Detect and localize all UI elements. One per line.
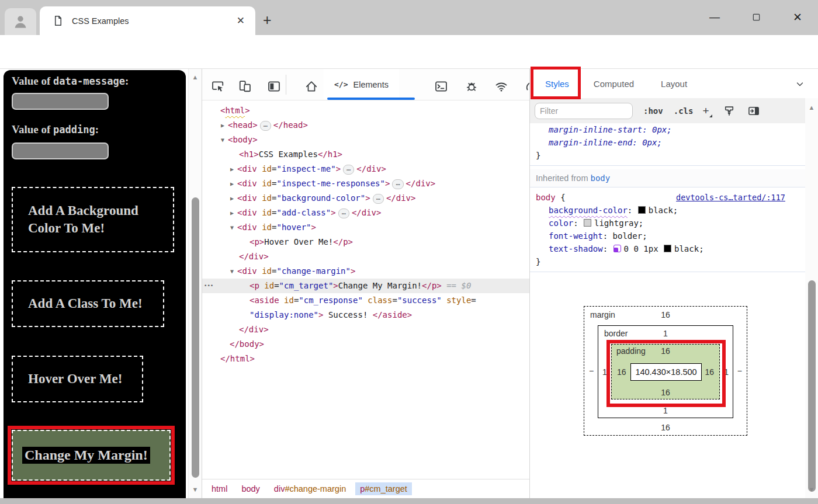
tree-row[interactable]: ▶ <div id="inspect-me-responses">…</div> [202,176,529,191]
toggle-class-button[interactable]: .cls [674,106,694,116]
webpage-body: Value of data-message: Value of padding:… [4,70,186,504]
titlebar: CSS Examples ✕ + — ✕ [0,0,818,35]
css-selector[interactable]: devtools-cs…tarted/:117 body { [530,191,805,204]
tab-layout[interactable]: Layout [653,79,695,89]
active-tab-underline [327,98,415,100]
new-style-rule-button[interactable]: + [702,105,709,117]
tree-row[interactable]: ▶ <div id="background-color">…</div> [202,191,529,206]
styles-filter-row: :hov .cls + [530,98,805,123]
page-icon [53,15,64,26]
padding-input[interactable] [12,142,109,159]
padding-label: Value of padding: [12,123,99,136]
tree-row[interactable]: </div> [202,249,529,264]
data-message-input[interactable] [12,93,109,110]
red-callout-styles-tab [531,67,581,99]
css-rule-close: } [530,149,805,162]
tree-row[interactable]: <h1>CSS Examples</h1> [202,147,529,162]
css-declaration[interactable]: margin-inline-end: 0px; [530,136,805,149]
network-wifi-icon[interactable] [495,80,508,93]
debugger-bug-icon[interactable] [465,80,478,93]
red-callout-padding [606,340,726,407]
tree-row[interactable]: </body> [202,337,529,352]
hover-over-me-box[interactable]: Hover Over Me! [12,356,143,402]
breadcrumb-div-change-margin[interactable]: div#change-margin [269,482,351,495]
toggle-hover-state-button[interactable]: :hov [643,106,663,116]
tree-row[interactable]: </div> [202,322,529,337]
row-gutter-dots[interactable]: ••• [204,279,213,293]
css-rule-close: } [530,255,805,268]
tree-row[interactable]: <p>Hover Over Me!</p> [202,235,529,249]
window-maximize-button[interactable] [747,8,765,26]
dom-tree: <html> ▶ <head>…</head> ▼ <body> <h1>CSS… [202,100,529,479]
styles-sidebar: Styles Computed Layout :hov .cls + [529,69,818,498]
margin-label: margin [590,310,615,319]
border-bottom-value[interactable]: 1 [663,406,668,415]
format-painter-icon[interactable] [723,105,735,117]
sidebar-forward-icon[interactable] [748,105,760,117]
page-scrollbar[interactable]: ▲ ▼ [188,69,202,498]
tree-row[interactable]: ▼ <div id="hover"> [202,220,529,235]
styles-scrollbar-thumb[interactable] [808,280,816,492]
tree-row[interactable]: ▶ <div id="inspect-me">…</div> [202,162,529,176]
avatar-icon [12,13,29,30]
tree-row[interactable]: ▼ <div id="change-margin"> [202,264,529,279]
rule-divider [530,272,805,272]
add-background-color-box[interactable]: Add A BackgroundColor To Me! [12,187,174,252]
scroll-down-icon[interactable]: ▼ [191,486,199,493]
profile-button[interactable] [5,8,36,35]
tab-close-icon[interactable]: ✕ [237,15,245,27]
page-scrollbar-thumb[interactable] [192,197,199,478]
scroll-up-icon[interactable]: ▲ [191,74,199,81]
window-minimize-button[interactable]: — [706,8,723,26]
tab-computed[interactable]: Computed [585,79,642,89]
border-label: border [604,329,628,338]
scroll-up-icon[interactable]: ▲ [807,104,816,111]
window-close-button[interactable]: ✕ [789,8,806,26]
css-declaration[interactable]: background-color: black; [530,204,805,217]
scroll-down-icon[interactable]: ▼ [807,486,816,493]
window-bottom-edge [0,498,818,504]
tree-row-selected[interactable]: ••• <p id="cm_target">Change My Margin!<… [202,279,529,293]
tree-row[interactable]: <html> [202,103,529,118]
margin-bottom-value[interactable]: 16 [661,423,670,432]
stylesheet-source-link[interactable]: devtools-cs…tarted/:117 [676,191,785,204]
browser-tab[interactable]: CSS Examples ✕ [40,6,255,35]
chevron-down-icon[interactable] [795,79,805,89]
css-declaration[interactable]: margin-inline-start: 0px; [530,123,805,136]
tree-row[interactable]: </html> [202,352,529,366]
margin-right-value[interactable]: − [737,366,742,376]
tab-title: CSS Examples [72,16,129,26]
breadcrumb-body[interactable]: body [237,482,264,495]
styles-filter-input[interactable] [535,103,633,119]
breadcrumb-html[interactable]: html [207,482,232,495]
tree-row[interactable]: ▶ <head>…</head> [202,118,529,133]
breadcrumb-p-cm-target[interactable]: p#cm_target [355,482,412,495]
browser-navbar: https://microsoftedge.github.io/Demos/de… [0,35,818,69]
css-declaration[interactable]: text-shadow: 0 0 1px black; [530,242,805,255]
dock-side-icon[interactable] [268,80,280,93]
tree-row[interactable]: <aside id="cm_response" class="success" … [202,293,529,308]
border-top-value[interactable]: 1 [663,329,668,338]
device-emulation-icon[interactable] [238,80,251,93]
webpage-viewport: Value of data-message: Value of padding:… [0,69,202,498]
new-tab-button[interactable]: + [263,13,272,27]
css-declaration[interactable]: color: lightgray; [530,217,805,230]
box-model-diagram: margin 16 − − 16 border 1 1 1 1 padding … [584,306,747,436]
margin-left-value[interactable]: − [589,366,594,376]
css-declaration[interactable]: font-weight: bolder; [530,230,805,242]
inherited-body-link[interactable]: body [591,173,611,183]
tree-row[interactable]: ▶ <div id="add-class">…</div> [202,206,529,220]
console-icon[interactable] [435,80,448,93]
red-callout-change-margin [8,426,175,485]
add-class-box[interactable]: Add A Class To Me! [12,280,164,327]
tree-row[interactable]: ▼ <body> [202,133,529,147]
home-icon[interactable] [305,80,318,93]
rule-divider [530,165,805,166]
devtools-panel: </> Elements + [202,69,818,498]
styles-scrollbar[interactable]: ▲ ▼ [805,98,818,498]
inspect-element-icon[interactable] [212,80,224,93]
margin-top-value[interactable]: 16 [661,310,670,319]
tab-elements[interactable]: </> Elements [324,69,399,100]
code-brackets-icon: </> [334,80,348,89]
tree-row[interactable]: "display:none"> Success! </aside> [202,308,529,322]
